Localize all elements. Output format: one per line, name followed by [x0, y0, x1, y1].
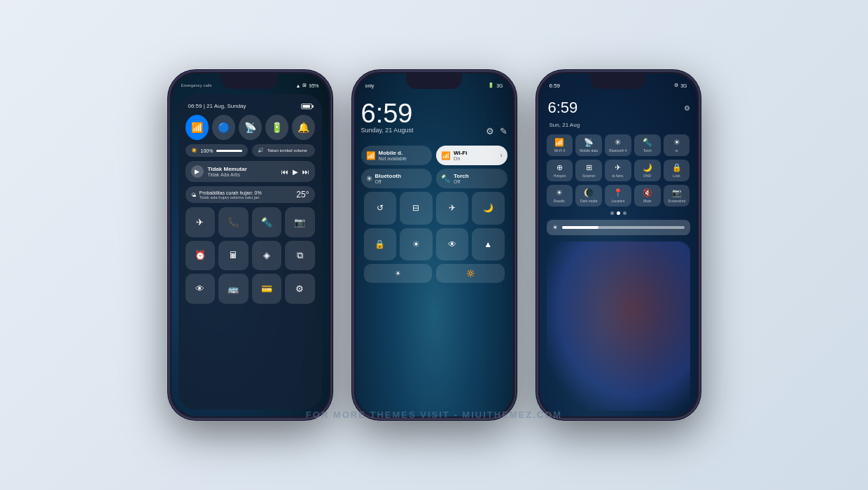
- p2-torch[interactable]: 🔦 Torch Off: [436, 169, 507, 188]
- volume-slider[interactable]: 🔊 Tekan tombol volume: [252, 144, 315, 157]
- wifi-toggle[interactable]: 📶: [186, 115, 209, 140]
- phone-3-inner: 6:59 ⚙ 3G 6:59 ⚙ Sun, 21 Aug 📶 Wi-Fi: [540, 74, 697, 416]
- p3-mute-btn[interactable]: 🔇 Mute: [634, 185, 661, 206]
- p3-bright-label: is: [676, 148, 678, 153]
- p3-slider-track: [562, 226, 685, 229]
- app-layers[interactable]: ⧉: [285, 241, 315, 271]
- mobile-data-status: Not available: [379, 156, 407, 161]
- p3-hotspot-btn[interactable]: ⊕ Hotspot: [547, 160, 573, 181]
- app-clock[interactable]: ⏰: [186, 241, 216, 271]
- phone-2-content: 6:59 Sunday, 21 August ⚙ ✎ 📶: [356, 96, 513, 416]
- p3-wifi-label: Wi-Fi 4: [554, 148, 565, 153]
- p2-wifi[interactable]: 📶 Wi-Fi On ›: [436, 146, 507, 165]
- volume-icon: 🔊: [258, 148, 264, 153]
- battery-toggle[interactable]: 🔋: [265, 115, 288, 140]
- p1-toggle-row[interactable]: 📶 🔵 📡 🔋 🔔: [186, 115, 315, 140]
- p3-mute-label: Mute: [643, 199, 651, 203]
- app-phone[interactable]: 📞: [218, 207, 248, 237]
- signal-toggle[interactable]: 📡: [239, 115, 262, 140]
- p3-scanner-btn[interactable]: ⊞ Scanner: [575, 160, 602, 181]
- bell-toggle[interactable]: 🔔: [292, 115, 315, 140]
- p3-mdata-btn[interactable]: 📡 Mobile data: [575, 134, 602, 156]
- brightness-slider[interactable]: ☀️ 100%: [186, 144, 248, 157]
- p2-sun-slider[interactable]: 🔆: [436, 264, 505, 283]
- p2-airplane[interactable]: ✈: [436, 192, 469, 225]
- p3-wifi-btn[interactable]: 📶 Wi-Fi 4: [547, 134, 573, 156]
- volume-hint: Tekan tombol volume: [267, 148, 307, 153]
- phone-1-cc-panel: 06:59 | 21 Aug, Sunday 📶 🔵 📡 🔋 🔔: [178, 94, 322, 410]
- p3-slider-fill-inner: [562, 226, 599, 229]
- p3-bt-label: Bluetooth 4: [609, 148, 626, 153]
- p2-brightness-b[interactable]: ☀: [400, 228, 433, 261]
- p3-dark-icon: 🌘: [584, 188, 594, 197]
- p2-nav[interactable]: ▲: [472, 228, 505, 261]
- p3-reading-icon: ☀: [556, 188, 563, 197]
- np-controls[interactable]: ⏮ ▶ ⏭: [281, 168, 309, 176]
- np-title: Tidak Memutar: [208, 166, 247, 172]
- np-prev[interactable]: ⏮: [281, 168, 288, 176]
- p3-slider-sun: ☀: [552, 224, 558, 231]
- p3-brightness-bar[interactable]: ☀: [547, 220, 690, 235]
- p2-eye-b[interactable]: 👁: [436, 228, 469, 261]
- np-next[interactable]: ⏭: [302, 168, 309, 176]
- p3-loc-icon: 📍: [613, 188, 623, 197]
- watermark-text: FOR MORE THEMES VISIT - MIUITHEMEZ.COM: [306, 410, 562, 420]
- app-camera[interactable]: 📷: [285, 207, 315, 237]
- p2-moon[interactable]: 🌙: [472, 192, 505, 225]
- p3-lock-btn[interactable]: 🔒 Lock: [664, 160, 690, 181]
- p3-lock-icon: 🔒: [672, 163, 682, 172]
- p3-dark-btn[interactable]: 🌘 Dark mode: [575, 185, 602, 206]
- p2-mobile-data[interactable]: 📶 Mobile d. Not available: [361, 146, 433, 165]
- bluetooth-toggle[interactable]: 🔵: [212, 115, 235, 140]
- p3-lock-label: Lock: [673, 174, 680, 178]
- p2-sun-icon2: 🔆: [466, 270, 475, 277]
- p3-gear-icon[interactable]: ⚙: [684, 104, 690, 112]
- p3-time-status: 6:59: [550, 83, 561, 89]
- np-play-icon: ▶: [191, 165, 204, 178]
- np-info: Tidak Memutar Tidak Ada Artis: [208, 166, 247, 177]
- p3-pagination-dots: [544, 211, 693, 215]
- p3-dnd-btn[interactable]: 🌙 DND: [634, 160, 661, 181]
- phone-1: Emergency calls ▲ ⊠ 95% 06:59 | 21 Aug, …: [168, 70, 332, 420]
- side-button-right-2: [515, 148, 517, 183]
- app-calc[interactable]: 🖩: [218, 241, 248, 271]
- p2-bluetooth[interactable]: ✳ Bluetooth Off: [361, 169, 433, 188]
- p2-lock-rotate[interactable]: 🔒: [364, 228, 397, 261]
- phone-2-inner: only Emer. 🔋 3G 6:59 Sunday, 21 August ⚙: [356, 74, 513, 416]
- side-button-left-3: [536, 134, 538, 155]
- app-card[interactable]: 💳: [252, 274, 282, 304]
- p3-bright-btn[interactable]: ☀ is: [664, 134, 690, 156]
- phone-2-notch: [406, 74, 462, 89]
- p3-torch-btn[interactable]: 🔦 Torch: [634, 134, 661, 156]
- side-button-left: [168, 134, 169, 155]
- emergency-calls-text: Emergency calls: [181, 83, 212, 88]
- p3-scanner-label: Scanner: [582, 174, 596, 178]
- app-torch[interactable]: 🔦: [252, 207, 282, 237]
- weather-row: 🌤 Probabilitas curah hujan: 0% Tidak ada…: [186, 186, 315, 203]
- app-navigation[interactable]: ✈: [186, 207, 216, 237]
- brightness-fill: [216, 150, 242, 152]
- bt-status: Off: [375, 179, 401, 184]
- p2-edit-icon[interactable]: ✎: [500, 126, 507, 136]
- app-eye[interactable]: 👁: [186, 274, 216, 304]
- p3-dnd-label: DND: [643, 174, 651, 178]
- np-play[interactable]: ▶: [293, 168, 298, 176]
- p3-airplane-btn[interactable]: ✈ ie Aero.: [605, 160, 631, 181]
- p3-airplane-icon: ✈: [615, 163, 621, 172]
- p2-brightness-slider[interactable]: ☀: [364, 264, 433, 283]
- p3-grid-row3: ☀ Readin. 🌘 Dark mode 📍 Location 🔇 Mute: [544, 185, 693, 206]
- app-shapes[interactable]: ◈: [252, 241, 282, 271]
- p3-reading-btn[interactable]: ☀ Readin.: [547, 185, 573, 206]
- p3-grid-row2: ⊕ Hotspot ⊞ Scanner ✈ ie Aero. 🌙 DND: [544, 160, 693, 181]
- weather-text: Probabilitas curah hujan: 0%: [200, 190, 262, 195]
- p3-loc-btn[interactable]: 📍 Location: [605, 185, 631, 206]
- p3-ss-btn[interactable]: 📷 Screenshot: [664, 185, 690, 206]
- p3-bottom-area: [547, 241, 690, 411]
- p2-screen[interactable]: ⊟: [400, 192, 433, 225]
- p2-header-icons[interactable]: ⚙ ✎: [486, 126, 507, 136]
- p2-settings-icon[interactable]: ⚙: [486, 126, 494, 136]
- p3-bt-btn[interactable]: ✳ Bluetooth 4: [605, 134, 631, 156]
- p2-rotate[interactable]: ↺: [364, 192, 397, 225]
- app-bus[interactable]: 🚌: [218, 274, 248, 304]
- app-settings[interactable]: ⚙: [285, 274, 315, 304]
